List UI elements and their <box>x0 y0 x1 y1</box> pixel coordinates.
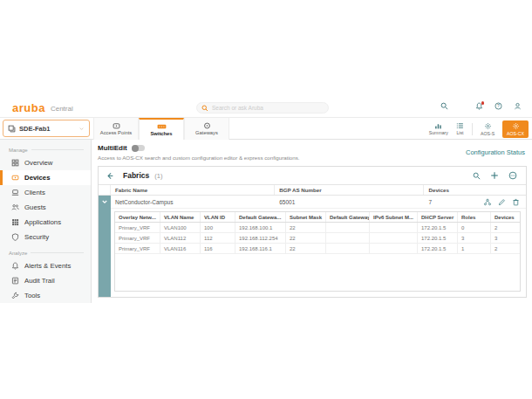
fabrics-header-actions <box>473 171 517 180</box>
summary-view-button[interactable]: Summary <box>429 122 448 135</box>
fabrics-title: Fabrics <box>123 171 149 180</box>
overlay-network-cell: Primary_VRF <box>115 244 160 253</box>
configuration-status-link[interactable]: Configuration Status <box>466 148 525 156</box>
add-icon[interactable] <box>490 171 499 180</box>
col-overlay-network: Overlay Netw... <box>115 212 160 222</box>
fabrics-panel: Fabrics (1) <box>98 166 527 298</box>
default-gateway-cell: 192.168.100.1 <box>235 223 286 232</box>
scope-dropdown-icon[interactable] <box>78 126 85 132</box>
sidebar-item-guests[interactable]: Guests <box>0 200 91 215</box>
fabric-row-actions <box>483 198 520 206</box>
devices-cell: 2 <box>491 244 520 253</box>
sidebar-item-label: Security <box>24 233 49 241</box>
sidebar-item-label: Alerts & Events <box>24 262 71 270</box>
sidebar-item-tools[interactable]: Tools <box>0 288 91 303</box>
collapse-chevron-icon[interactable] <box>99 196 111 209</box>
view-action-label: List <box>456 130 463 135</box>
fabric-name-cell: NetConductor-Campus <box>111 196 275 208</box>
sidebar-item-audit-trail[interactable]: Audit Trail <box>0 273 91 288</box>
vlan-row[interactable]: Primary_VRF VLAN112 112 192.168.112.254 … <box>115 233 520 244</box>
scope-label: SDE-Fab1 <box>19 125 75 133</box>
fabrics-panel-header: Fabrics (1) <box>99 167 526 184</box>
column-bgp-as-number: BGP AS Number <box>275 185 424 195</box>
dhcp-server-cell: 172.20.1.5 <box>418 244 458 253</box>
ipv6-subnet-mask-cell <box>370 233 418 243</box>
ipv6-subnet-mask-cell <box>370 223 418 232</box>
tab-switches[interactable]: Switches <box>139 118 184 140</box>
shield-icon <box>11 233 19 241</box>
notification-dot <box>481 101 485 105</box>
dhcp-server-cell: 172.20.1.5 <box>418 233 458 243</box>
ipv6-subnet-mask-cell <box>370 244 418 253</box>
overlay-networks-table: Overlay Netw... VLAN Name VLAN ID Defaul… <box>114 211 521 292</box>
tab-label: Gateways <box>195 130 218 135</box>
more-options-icon[interactable] <box>508 171 517 180</box>
audit-document-icon <box>11 277 19 285</box>
search-icon[interactable] <box>440 102 448 110</box>
gear-icon <box>484 122 492 130</box>
fabric-row[interactable]: NetConductor-Campus 65001 7 <box>99 196 526 209</box>
vlan-id-cell: 116 <box>201 244 235 253</box>
back-arrow-icon[interactable] <box>106 172 114 180</box>
sidebar-item-overview[interactable]: Overview <box>0 155 91 170</box>
col-roles: Roles <box>458 212 491 222</box>
default-gateway-v6-cell <box>326 233 370 243</box>
multiedit-label: MultiEdit <box>98 144 127 152</box>
default-gateway-cell: 192.168.116.1 <box>235 244 286 253</box>
view-action-label: Summary <box>429 130 448 135</box>
devices-icon <box>11 174 19 182</box>
roles-cell: 1 <box>458 244 491 253</box>
search-icon[interactable] <box>473 172 481 180</box>
tab-label: Access Points <box>100 130 132 135</box>
group-scope-selector[interactable]: SDE-Fab1 <box>3 120 90 137</box>
fabric-expanded-region: Overlay Netw... VLAN Name VLAN ID Defaul… <box>99 209 526 297</box>
help-icon[interactable]: ? <box>494 102 502 110</box>
device-type-tabs: Access Points Switches Gateways <box>93 118 229 140</box>
switches-icon <box>157 123 167 130</box>
global-search-input[interactable] <box>212 105 317 111</box>
vlan-name-cell: VLAN112 <box>160 233 201 243</box>
people-icon <box>11 203 19 211</box>
sidebar-section-manage: Manage <box>0 144 91 155</box>
tab-access-points[interactable]: Access Points <box>93 118 139 140</box>
col-default-gateway-v6: Default Gateway... <box>326 212 370 222</box>
vlan-row[interactable]: Primary_VRF VLAN116 116 192.168.116.1 22… <box>115 244 520 254</box>
notifications-bell-icon[interactable] <box>475 102 483 110</box>
delete-trash-icon[interactable] <box>512 198 520 206</box>
column-devices: Devices <box>424 185 526 195</box>
main-content: MultiEdit Access to AOS-CX search and cu… <box>92 140 532 303</box>
dhcp-server-cell: 172.20.1.5 <box>418 223 458 232</box>
vlan-row[interactable]: Primary_VRF VLAN100 100 192.168.100.1 22… <box>115 223 520 233</box>
sidebar-item-clients[interactable]: Clients <box>0 185 91 200</box>
group-context-icon <box>8 125 16 133</box>
vlan-name-cell: VLAN116 <box>160 244 201 253</box>
aos-cx-button[interactable]: AOS-CX <box>502 120 529 138</box>
aos-s-button[interactable]: AOS-S <box>481 122 494 136</box>
edit-pencil-icon[interactable] <box>498 198 506 206</box>
list-view-button[interactable]: List <box>456 122 464 135</box>
sidebar-item-applications[interactable]: Applications <box>0 215 91 230</box>
sidebar-item-security[interactable]: Security <box>0 230 91 244</box>
sidebar-item-alerts-events[interactable]: Alerts & Events <box>0 258 91 273</box>
default-gateway-v6-cell <box>326 223 370 232</box>
fabrics-table-header: Fabric Name BGP AS Number Devices <box>99 184 526 196</box>
sidebar-item-label: Guests <box>24 203 46 211</box>
col-vlan-name: VLAN Name <box>160 212 201 222</box>
sidebar-item-label: Devices <box>24 174 50 182</box>
global-search-bar[interactable] <box>196 102 329 114</box>
sidebar-item-devices[interactable]: Devices <box>0 170 91 185</box>
fabrics-count: (1) <box>154 172 162 180</box>
col-devices: Devices <box>491 212 520 222</box>
overlay-network-cell: Primary_VRF <box>115 233 160 243</box>
topology-icon[interactable] <box>483 198 492 206</box>
multiedit-toggle[interactable] <box>132 145 145 151</box>
gear-icon <box>512 122 520 130</box>
search-icon <box>201 105 208 112</box>
user-icon[interactable] <box>514 102 522 110</box>
vlan-name-cell: VLAN100 <box>160 223 201 232</box>
svg-text:?: ? <box>497 103 500 108</box>
view-action-label: AOS-CX <box>507 131 524 136</box>
col-subnet-mask: Subnet Mask <box>286 212 326 222</box>
tab-gateways[interactable]: Gateways <box>184 118 229 140</box>
overlay-table-header: Overlay Netw... VLAN Name VLAN ID Defaul… <box>115 212 520 223</box>
